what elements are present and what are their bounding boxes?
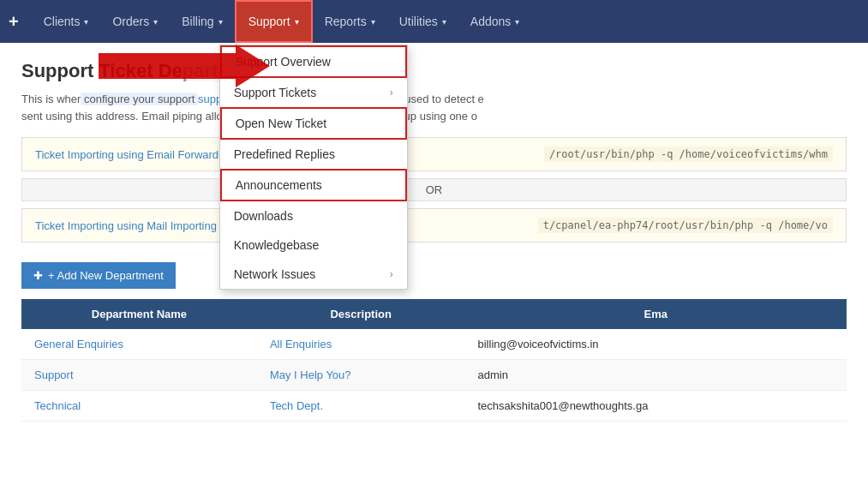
dept-email-cell: techsakshita001@newthoughts.ga	[464, 391, 847, 422]
ticket-import-email-cmd: /root/usr/bin/php -q /home/voiceofvictim…	[544, 147, 833, 162]
nav-item-utilities[interactable]: Utilities ▾	[387, 0, 458, 43]
dept-desc-cell: Tech Dept.	[257, 391, 465, 422]
network-issues-chevron-icon: ›	[390, 268, 393, 280]
reports-caret-icon: ▾	[371, 17, 375, 27]
ticket-import-email-label: Ticket Importing using Email Forwarding	[35, 148, 233, 161]
nav-item-clients[interactable]: Clients ▾	[32, 0, 101, 43]
plus-icon: ✚	[33, 269, 43, 282]
dept-email-cell: billing@voiceofvictims.in	[464, 329, 847, 360]
dropdown-item-knowledgebase[interactable]: Knowledgebase	[220, 231, 407, 260]
nav-item-orders[interactable]: Orders ▾	[100, 0, 170, 43]
addons-caret-icon: ▾	[515, 17, 519, 27]
table-row: General Enquiries All Enquiries billing@…	[21, 329, 847, 360]
add-new-department-button[interactable]: ✚ + Add New Department	[21, 262, 176, 289]
support-dropdown-menu: Support Overview Support Tickets › Open …	[219, 45, 408, 290]
nav-item-billing[interactable]: Billing ▾	[170, 0, 234, 43]
ticket-import-email-forward[interactable]: Ticket Importing using Email Forwarding …	[21, 137, 847, 171]
dept-name-cell: Support	[21, 360, 257, 391]
dept-desc-cell: May I Help You?	[257, 360, 465, 391]
nav-item-reports[interactable]: Reports ▾	[313, 0, 387, 43]
dropdown-item-predefined-replies[interactable]: Predefined Replies	[220, 140, 407, 169]
col-header-description: Description	[257, 299, 465, 329]
dropdown-item-support-tickets[interactable]: Support Tickets ›	[220, 78, 407, 107]
orders-caret-icon: ▾	[153, 17, 158, 27]
dept-name-cell: General Enquiries	[21, 329, 257, 360]
or-divider: OR	[21, 178, 847, 201]
clients-caret-icon: ▾	[84, 17, 88, 27]
support-caret-icon: ▾	[295, 17, 299, 27]
department-table: Department Name Description Ema General …	[21, 299, 847, 422]
ticket-import-mail-cmd: t/cpanel/ea-php74/root/usr/bin/php -q /h…	[538, 218, 833, 233]
ticket-import-mail[interactable]: Ticket Importing using Mail Importing t/…	[21, 208, 847, 243]
table-row: Support May I Help You? admin	[21, 360, 847, 391]
dept-email-cell: admin	[464, 360, 847, 391]
dept-name-cell: Technical	[21, 391, 257, 422]
nav-item-addons[interactable]: Addons ▾	[458, 0, 531, 43]
col-header-email: Ema	[464, 299, 847, 329]
col-header-dept-name: Department Name	[21, 299, 257, 329]
main-content-area: Support Ticket Departments This is wher …	[0, 43, 868, 503]
dropdown-item-announcements[interactable]: Announcements	[220, 169, 407, 201]
dropdown-item-open-new-ticket[interactable]: Open New Ticket	[220, 107, 407, 140]
dropdown-item-network-issues[interactable]: Network Issues ›	[220, 260, 407, 289]
table-row: Technical Tech Dept. techsakshita001@new…	[21, 391, 847, 422]
utilities-caret-icon: ▾	[442, 17, 446, 27]
dept-desc-cell: All Enquiries	[257, 329, 465, 360]
ticket-import-mail-label: Ticket Importing using Mail Importing	[35, 219, 217, 232]
add-plus-button[interactable]: +	[9, 12, 19, 32]
dropdown-item-downloads[interactable]: Downloads	[220, 201, 407, 231]
page-description: This is wher configure your support supp…	[21, 91, 847, 124]
billing-caret-icon: ▾	[218, 17, 223, 27]
nav-item-support[interactable]: Support ▾ Support Overview Support Ticke…	[235, 0, 313, 43]
dropdown-item-support-overview[interactable]: Support Overview	[220, 45, 407, 78]
page-title: Support Ticket Departments	[21, 60, 847, 82]
top-navigation: + Clients ▾ Orders ▾ Billing ▾ Support ▾…	[0, 0, 868, 43]
support-tickets-chevron-icon: ›	[390, 87, 393, 99]
